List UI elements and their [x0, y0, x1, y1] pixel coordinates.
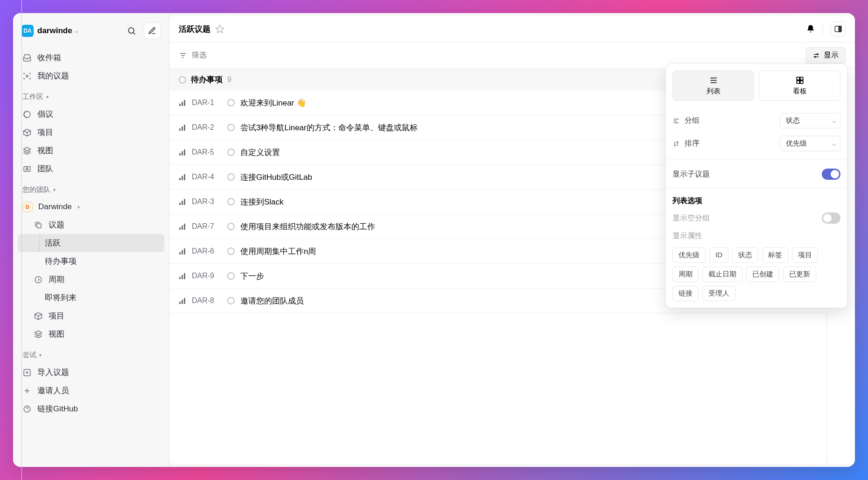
- team-views[interactable]: 视图: [18, 325, 164, 343]
- property-chip[interactable]: 受理人: [702, 286, 735, 301]
- panel-toggle-icon[interactable]: [831, 21, 846, 36]
- sliders-icon: [812, 52, 820, 59]
- caret-icon: ▾: [39, 353, 42, 358]
- show-sub-toggle[interactable]: [822, 169, 840, 180]
- sidebar-views[interactable]: 视图: [18, 141, 164, 160]
- topbar: 活跃议题: [169, 16, 855, 42]
- status-circle-icon: [227, 297, 235, 304]
- sidebar-item-label: 邀请人员: [37, 385, 69, 396]
- priority-icon: [179, 247, 186, 255]
- property-chip[interactable]: 项目: [792, 247, 818, 263]
- team-issues-backlog[interactable]: 待办事项: [18, 252, 164, 270]
- box-icon: [34, 311, 43, 321]
- team-cycles[interactable]: 周期: [18, 270, 164, 289]
- star-icon[interactable]: [215, 24, 224, 34]
- svg-rect-32: [179, 252, 181, 254]
- sidebar-teams[interactable]: 团队: [18, 160, 164, 178]
- sidebar-item-label: 议题: [49, 219, 64, 230]
- team-issues[interactable]: 议题: [18, 216, 164, 234]
- view-list-option[interactable]: 列表: [672, 71, 754, 101]
- property-chip[interactable]: 周期: [672, 267, 699, 282]
- sidebar-item-label: 收件箱: [37, 52, 61, 63]
- svg-rect-39: [182, 300, 183, 304]
- team-projects[interactable]: 项目: [18, 307, 164, 325]
- priority-icon: [179, 99, 186, 106]
- sidebar-inbox[interactable]: 收件箱: [18, 49, 164, 67]
- section-try[interactable]: 尝试▾: [18, 343, 164, 363]
- issue-id: DAR-3: [192, 198, 222, 206]
- divider: [823, 23, 823, 35]
- svg-rect-36: [182, 275, 183, 279]
- group-by-label: 分组: [685, 116, 775, 126]
- try-github[interactable]: 链接GitHub: [18, 400, 164, 418]
- priority-icon: [179, 198, 186, 205]
- property-chip[interactable]: 优先级: [672, 247, 706, 263]
- priority-icon: [179, 124, 186, 131]
- show-empty-toggle[interactable]: [822, 212, 840, 224]
- plus-icon: [22, 386, 32, 395]
- status-circle-icon: [227, 99, 235, 106]
- sidebar-item-label: 项目: [49, 311, 64, 321]
- sort-by-select[interactable]: 优先级: [780, 136, 840, 151]
- group-icon: [672, 117, 680, 125]
- svg-rect-26: [179, 203, 181, 205]
- svg-rect-21: [182, 151, 183, 155]
- sidebar-initiatives[interactable]: 倡议: [18, 105, 164, 123]
- section-workspace[interactable]: 工作区▾: [18, 85, 164, 105]
- svg-rect-33: [182, 250, 183, 254]
- sidebar-item-label: 即将到来: [45, 292, 77, 303]
- property-chip[interactable]: 链接: [672, 286, 699, 301]
- section-your-teams[interactable]: 您的团队▾: [18, 178, 164, 198]
- filter-label[interactable]: 筛选: [192, 50, 207, 60]
- svg-rect-28: [184, 199, 185, 205]
- property-chip[interactable]: 截止日期: [702, 267, 742, 282]
- sidebar-projects[interactable]: 项目: [18, 123, 164, 141]
- status-circle-icon: [179, 76, 186, 84]
- svg-rect-24: [182, 176, 183, 180]
- property-chip[interactable]: 已创建: [746, 267, 779, 282]
- display-button[interactable]: 显示: [805, 47, 846, 64]
- svg-rect-42: [800, 77, 803, 80]
- svg-rect-29: [179, 227, 181, 230]
- issue-id: DAR-8: [192, 296, 222, 305]
- display-options-panel: 列表 看板 分组 状态 排序 优先级 显示子议题: [665, 64, 847, 308]
- workspace-name: darwinde⌵: [37, 26, 119, 35]
- priority-icon: [179, 173, 186, 181]
- search-icon[interactable]: [123, 22, 140, 39]
- issue-id: DAR-6: [192, 247, 222, 255]
- view-list-label: 列表: [707, 87, 721, 96]
- view-board-option[interactable]: 看板: [759, 71, 840, 101]
- team-issues-active[interactable]: 活跃: [18, 234, 164, 252]
- team-cycles-upcoming[interactable]: 即将到来: [18, 289, 164, 307]
- show-props-label: 显示属性: [672, 231, 840, 241]
- show-empty-label: 显示空分组: [672, 213, 817, 223]
- property-chip[interactable]: 标签: [762, 247, 788, 263]
- svg-rect-30: [182, 226, 183, 230]
- try-invite[interactable]: 邀请人员: [18, 381, 164, 400]
- property-chip[interactable]: 已更新: [783, 267, 816, 282]
- group-by-select[interactable]: 状态: [780, 113, 840, 128]
- priority-icon: [179, 297, 186, 304]
- svg-marker-9: [216, 25, 224, 33]
- users-icon: [22, 164, 32, 174]
- list-icon: [709, 76, 718, 85]
- sidebar-my-issues[interactable]: 我的议题: [18, 67, 164, 85]
- workspace-switcher[interactable]: DA darwinde⌵: [18, 21, 164, 41]
- view-board-label: 看板: [793, 87, 807, 96]
- svg-rect-34: [184, 248, 185, 254]
- svg-rect-5: [37, 224, 41, 228]
- filter-icon[interactable]: [179, 51, 187, 60]
- sidebar: DA darwinde⌵ 收件箱 我的议题 工作区▾ 倡议 项目 视图 团队 您…: [13, 13, 169, 467]
- issue-id: DAR-4: [192, 173, 222, 181]
- list-options-title: 列表选项: [672, 193, 840, 209]
- bell-icon[interactable]: [806, 24, 815, 34]
- sidebar-item-label: 倡议: [37, 109, 53, 120]
- cycle-icon: [34, 275, 43, 284]
- svg-rect-43: [797, 81, 799, 84]
- new-issue-button[interactable]: [144, 22, 161, 39]
- property-chip[interactable]: ID: [709, 247, 728, 263]
- property-chip[interactable]: 状态: [732, 247, 758, 263]
- try-import[interactable]: 导入议题: [18, 363, 164, 381]
- sidebar-item-label: 活跃: [45, 238, 61, 248]
- team-darwinde[interactable]: DDarwinde▾: [18, 198, 164, 216]
